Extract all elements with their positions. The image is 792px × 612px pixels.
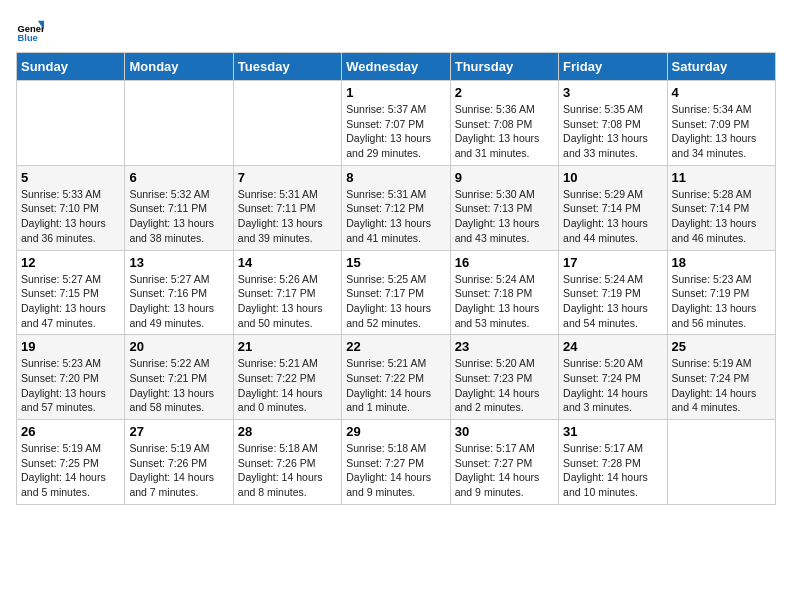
- day-number: 1: [346, 85, 445, 100]
- day-number: 18: [672, 255, 771, 270]
- day-number: 26: [21, 424, 120, 439]
- calendar-cell: 13Sunrise: 5:27 AM Sunset: 7:16 PM Dayli…: [125, 250, 233, 335]
- day-number: 11: [672, 170, 771, 185]
- day-header-sunday: Sunday: [17, 53, 125, 81]
- calendar-cell: 29Sunrise: 5:18 AM Sunset: 7:27 PM Dayli…: [342, 420, 450, 505]
- day-info: Sunrise: 5:19 AM Sunset: 7:25 PM Dayligh…: [21, 441, 120, 500]
- logo-icon: General Blue: [16, 16, 44, 44]
- day-number: 22: [346, 339, 445, 354]
- day-info: Sunrise: 5:21 AM Sunset: 7:22 PM Dayligh…: [238, 356, 337, 415]
- day-info: Sunrise: 5:20 AM Sunset: 7:23 PM Dayligh…: [455, 356, 554, 415]
- calendar-cell: [125, 81, 233, 166]
- day-number: 13: [129, 255, 228, 270]
- page-header: General Blue: [16, 16, 776, 44]
- day-info: Sunrise: 5:36 AM Sunset: 7:08 PM Dayligh…: [455, 102, 554, 161]
- day-info: Sunrise: 5:30 AM Sunset: 7:13 PM Dayligh…: [455, 187, 554, 246]
- day-number: 12: [21, 255, 120, 270]
- day-number: 24: [563, 339, 662, 354]
- calendar-cell: 23Sunrise: 5:20 AM Sunset: 7:23 PM Dayli…: [450, 335, 558, 420]
- day-number: 16: [455, 255, 554, 270]
- calendar-cell: 21Sunrise: 5:21 AM Sunset: 7:22 PM Dayli…: [233, 335, 341, 420]
- day-header-friday: Friday: [559, 53, 667, 81]
- day-info: Sunrise: 5:32 AM Sunset: 7:11 PM Dayligh…: [129, 187, 228, 246]
- calendar-week-row: 5Sunrise: 5:33 AM Sunset: 7:10 PM Daylig…: [17, 165, 776, 250]
- day-number: 19: [21, 339, 120, 354]
- day-info: Sunrise: 5:19 AM Sunset: 7:26 PM Dayligh…: [129, 441, 228, 500]
- day-number: 7: [238, 170, 337, 185]
- calendar-cell: 6Sunrise: 5:32 AM Sunset: 7:11 PM Daylig…: [125, 165, 233, 250]
- day-info: Sunrise: 5:28 AM Sunset: 7:14 PM Dayligh…: [672, 187, 771, 246]
- day-info: Sunrise: 5:17 AM Sunset: 7:27 PM Dayligh…: [455, 441, 554, 500]
- day-number: 21: [238, 339, 337, 354]
- day-info: Sunrise: 5:24 AM Sunset: 7:18 PM Dayligh…: [455, 272, 554, 331]
- calendar-cell: 16Sunrise: 5:24 AM Sunset: 7:18 PM Dayli…: [450, 250, 558, 335]
- calendar-cell: 26Sunrise: 5:19 AM Sunset: 7:25 PM Dayli…: [17, 420, 125, 505]
- day-info: Sunrise: 5:37 AM Sunset: 7:07 PM Dayligh…: [346, 102, 445, 161]
- calendar-cell: 8Sunrise: 5:31 AM Sunset: 7:12 PM Daylig…: [342, 165, 450, 250]
- day-info: Sunrise: 5:22 AM Sunset: 7:21 PM Dayligh…: [129, 356, 228, 415]
- day-info: Sunrise: 5:25 AM Sunset: 7:17 PM Dayligh…: [346, 272, 445, 331]
- calendar-cell: [17, 81, 125, 166]
- day-number: 31: [563, 424, 662, 439]
- calendar-cell: [233, 81, 341, 166]
- day-number: 30: [455, 424, 554, 439]
- day-info: Sunrise: 5:35 AM Sunset: 7:08 PM Dayligh…: [563, 102, 662, 161]
- calendar-week-row: 19Sunrise: 5:23 AM Sunset: 7:20 PM Dayli…: [17, 335, 776, 420]
- calendar-cell: 30Sunrise: 5:17 AM Sunset: 7:27 PM Dayli…: [450, 420, 558, 505]
- calendar-table: SundayMondayTuesdayWednesdayThursdayFrid…: [16, 52, 776, 505]
- day-info: Sunrise: 5:26 AM Sunset: 7:17 PM Dayligh…: [238, 272, 337, 331]
- calendar-cell: 28Sunrise: 5:18 AM Sunset: 7:26 PM Dayli…: [233, 420, 341, 505]
- day-header-tuesday: Tuesday: [233, 53, 341, 81]
- day-info: Sunrise: 5:17 AM Sunset: 7:28 PM Dayligh…: [563, 441, 662, 500]
- calendar-cell: 10Sunrise: 5:29 AM Sunset: 7:14 PM Dayli…: [559, 165, 667, 250]
- day-info: Sunrise: 5:31 AM Sunset: 7:11 PM Dayligh…: [238, 187, 337, 246]
- day-number: 5: [21, 170, 120, 185]
- calendar-cell: 31Sunrise: 5:17 AM Sunset: 7:28 PM Dayli…: [559, 420, 667, 505]
- day-info: Sunrise: 5:20 AM Sunset: 7:24 PM Dayligh…: [563, 356, 662, 415]
- day-header-wednesday: Wednesday: [342, 53, 450, 81]
- day-info: Sunrise: 5:21 AM Sunset: 7:22 PM Dayligh…: [346, 356, 445, 415]
- day-number: 23: [455, 339, 554, 354]
- day-number: 6: [129, 170, 228, 185]
- day-info: Sunrise: 5:19 AM Sunset: 7:24 PM Dayligh…: [672, 356, 771, 415]
- day-number: 9: [455, 170, 554, 185]
- day-info: Sunrise: 5:27 AM Sunset: 7:16 PM Dayligh…: [129, 272, 228, 331]
- calendar-cell: 5Sunrise: 5:33 AM Sunset: 7:10 PM Daylig…: [17, 165, 125, 250]
- svg-text:Blue: Blue: [18, 33, 38, 43]
- day-info: Sunrise: 5:33 AM Sunset: 7:10 PM Dayligh…: [21, 187, 120, 246]
- calendar-week-row: 26Sunrise: 5:19 AM Sunset: 7:25 PM Dayli…: [17, 420, 776, 505]
- day-info: Sunrise: 5:18 AM Sunset: 7:27 PM Dayligh…: [346, 441, 445, 500]
- day-info: Sunrise: 5:23 AM Sunset: 7:19 PM Dayligh…: [672, 272, 771, 331]
- day-number: 29: [346, 424, 445, 439]
- calendar-cell: [667, 420, 775, 505]
- calendar-header-row: SundayMondayTuesdayWednesdayThursdayFrid…: [17, 53, 776, 81]
- calendar-cell: 25Sunrise: 5:19 AM Sunset: 7:24 PM Dayli…: [667, 335, 775, 420]
- calendar-cell: 22Sunrise: 5:21 AM Sunset: 7:22 PM Dayli…: [342, 335, 450, 420]
- day-info: Sunrise: 5:31 AM Sunset: 7:12 PM Dayligh…: [346, 187, 445, 246]
- calendar-week-row: 12Sunrise: 5:27 AM Sunset: 7:15 PM Dayli…: [17, 250, 776, 335]
- day-number: 15: [346, 255, 445, 270]
- day-number: 17: [563, 255, 662, 270]
- calendar-cell: 15Sunrise: 5:25 AM Sunset: 7:17 PM Dayli…: [342, 250, 450, 335]
- day-info: Sunrise: 5:18 AM Sunset: 7:26 PM Dayligh…: [238, 441, 337, 500]
- day-header-monday: Monday: [125, 53, 233, 81]
- calendar-cell: 4Sunrise: 5:34 AM Sunset: 7:09 PM Daylig…: [667, 81, 775, 166]
- day-info: Sunrise: 5:34 AM Sunset: 7:09 PM Dayligh…: [672, 102, 771, 161]
- calendar-cell: 9Sunrise: 5:30 AM Sunset: 7:13 PM Daylig…: [450, 165, 558, 250]
- calendar-cell: 20Sunrise: 5:22 AM Sunset: 7:21 PM Dayli…: [125, 335, 233, 420]
- calendar-cell: 11Sunrise: 5:28 AM Sunset: 7:14 PM Dayli…: [667, 165, 775, 250]
- calendar-cell: 7Sunrise: 5:31 AM Sunset: 7:11 PM Daylig…: [233, 165, 341, 250]
- calendar-cell: 24Sunrise: 5:20 AM Sunset: 7:24 PM Dayli…: [559, 335, 667, 420]
- svg-text:General: General: [18, 24, 44, 34]
- day-number: 25: [672, 339, 771, 354]
- calendar-cell: 2Sunrise: 5:36 AM Sunset: 7:08 PM Daylig…: [450, 81, 558, 166]
- calendar-cell: 18Sunrise: 5:23 AM Sunset: 7:19 PM Dayli…: [667, 250, 775, 335]
- day-header-thursday: Thursday: [450, 53, 558, 81]
- calendar-cell: 27Sunrise: 5:19 AM Sunset: 7:26 PM Dayli…: [125, 420, 233, 505]
- calendar-cell: 12Sunrise: 5:27 AM Sunset: 7:15 PM Dayli…: [17, 250, 125, 335]
- day-info: Sunrise: 5:24 AM Sunset: 7:19 PM Dayligh…: [563, 272, 662, 331]
- logo: General Blue: [16, 16, 48, 44]
- day-number: 10: [563, 170, 662, 185]
- day-number: 2: [455, 85, 554, 100]
- day-number: 8: [346, 170, 445, 185]
